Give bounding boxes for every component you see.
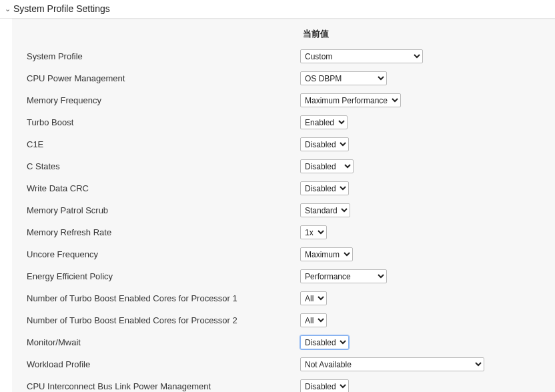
column-header-row: 当前值 xyxy=(12,25,555,45)
setting-control: Not Available xyxy=(300,357,484,371)
setting-control: Disabled xyxy=(300,137,349,151)
setting-select[interactable]: Standard xyxy=(300,203,350,217)
setting-label: Energy Efficient Policy xyxy=(12,271,300,281)
setting-label: Number of Turbo Boost Enabled Cores for … xyxy=(12,315,300,325)
setting-control: Maximum Performance xyxy=(300,93,401,107)
setting-select[interactable]: OS DBPM xyxy=(300,71,387,85)
setting-control: All xyxy=(300,291,327,305)
setting-row: CPU Interconnect Bus Link Power Manageme… xyxy=(12,375,555,392)
setting-select[interactable]: Performance xyxy=(300,269,387,283)
section-title: System Profile Settings xyxy=(13,3,110,14)
setting-row: System ProfileCustom xyxy=(12,45,555,67)
setting-label: System Profile xyxy=(12,51,300,61)
setting-select[interactable]: Disabled xyxy=(300,181,349,195)
setting-control: Enabled xyxy=(300,115,348,129)
rows-container: System ProfileCustomCPU Power Management… xyxy=(12,45,555,392)
setting-control: All xyxy=(300,313,327,327)
setting-row: Energy Efficient PolicyPerformance xyxy=(12,265,555,287)
setting-control: Disabled xyxy=(300,181,349,195)
setting-control: Custom xyxy=(300,49,423,63)
setting-select[interactable]: Custom xyxy=(300,49,423,63)
setting-label: Memory Patrol Scrub xyxy=(12,205,300,215)
setting-row: Workload ProfileNot Available xyxy=(12,353,555,375)
setting-row: Number of Turbo Boost Enabled Cores for … xyxy=(12,287,555,309)
setting-row: Uncore FrequencyMaximum xyxy=(12,243,555,265)
setting-row: Write Data CRCDisabled xyxy=(12,177,555,199)
setting-select[interactable]: Not Available xyxy=(300,357,484,371)
chevron-down-icon: ⌄ xyxy=(3,5,12,13)
setting-select[interactable]: Maximum Performance xyxy=(300,93,401,107)
setting-label: Memory Frequency xyxy=(12,95,300,105)
setting-control: Disabled xyxy=(300,159,354,173)
setting-select[interactable]: Disabled xyxy=(300,137,349,151)
setting-label: Write Data CRC xyxy=(12,183,300,193)
setting-control: Maximum xyxy=(300,247,353,261)
setting-row: Memory Refresh Rate1x xyxy=(12,221,555,243)
section-header[interactable]: ⌄ System Profile Settings xyxy=(0,0,555,19)
setting-control: Disabled xyxy=(300,335,349,349)
setting-row: CPU Power ManagementOS DBPM xyxy=(12,67,555,89)
setting-label: Memory Refresh Rate xyxy=(12,227,300,237)
setting-label: Workload Profile xyxy=(12,359,300,369)
setting-select[interactable]: Disabled xyxy=(300,335,349,349)
setting-select[interactable]: Disabled xyxy=(300,159,354,173)
setting-row: Turbo BoostEnabled xyxy=(12,111,555,133)
setting-select[interactable]: All xyxy=(300,291,327,305)
setting-control: Disabled xyxy=(300,379,349,392)
setting-control: Standard xyxy=(300,203,350,217)
settings-panel: 当前值 System ProfileCustomCPU Power Manage… xyxy=(12,19,555,392)
setting-label: Uncore Frequency xyxy=(12,249,300,259)
column-header-current-value: 当前值 xyxy=(300,29,329,40)
setting-label: C1E xyxy=(12,139,300,149)
setting-label: Monitor/Mwait xyxy=(12,337,300,347)
setting-select[interactable]: 1x xyxy=(300,225,327,239)
setting-row: C1EDisabled xyxy=(12,133,555,155)
setting-select[interactable]: Maximum xyxy=(300,247,353,261)
setting-select[interactable]: Disabled xyxy=(300,379,349,392)
setting-label: Number of Turbo Boost Enabled Cores for … xyxy=(12,293,300,303)
setting-label: CPU Interconnect Bus Link Power Manageme… xyxy=(12,381,300,391)
setting-label: C States xyxy=(12,161,300,171)
setting-row: Memory FrequencyMaximum Performance xyxy=(12,89,555,111)
setting-row: C StatesDisabled xyxy=(12,155,555,177)
setting-row: Number of Turbo Boost Enabled Cores for … xyxy=(12,309,555,331)
setting-control: OS DBPM xyxy=(300,71,387,85)
setting-select[interactable]: All xyxy=(300,313,327,327)
setting-row: Monitor/MwaitDisabled xyxy=(12,331,555,353)
setting-label: Turbo Boost xyxy=(12,117,300,127)
setting-select[interactable]: Enabled xyxy=(300,115,348,129)
setting-control: Performance xyxy=(300,269,387,283)
setting-label: CPU Power Management xyxy=(12,73,300,83)
setting-row: Memory Patrol ScrubStandard xyxy=(12,199,555,221)
setting-control: 1x xyxy=(300,225,327,239)
